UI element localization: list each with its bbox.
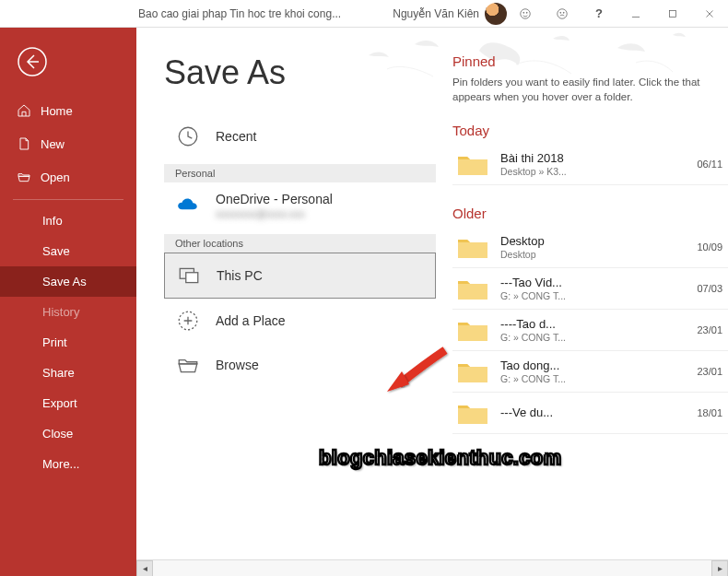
nav-home[interactable]: Home bbox=[0, 94, 136, 127]
back-button[interactable] bbox=[17, 46, 48, 77]
locations-column: Save As Recent Personal OneDrive - Perso… bbox=[136, 28, 436, 576]
horizontal-scrollbar[interactable]: ◂ ▸ bbox=[136, 559, 728, 576]
folder-date: 07/03 bbox=[697, 283, 722, 294]
folder-item[interactable]: Bài thi 2018 Desktop » K3... 06/11 bbox=[452, 144, 728, 185]
folder-name: ---Tao Vid... bbox=[500, 276, 686, 289]
this-pc-icon bbox=[176, 263, 202, 288]
nav-save[interactable]: Save bbox=[0, 236, 136, 266]
location-this-pc[interactable]: This PC bbox=[164, 253, 436, 299]
maximize-button[interactable] bbox=[654, 0, 691, 28]
nav-print[interactable]: Print bbox=[0, 327, 136, 358]
folder-item[interactable]: ---Tao Vid... G: » CONG T... 07/03 bbox=[452, 268, 728, 310]
folder-icon bbox=[456, 234, 489, 260]
folder-date: 23/01 bbox=[697, 366, 722, 377]
folders-column: Pinned Pin folders you want to easily fi… bbox=[436, 28, 728, 576]
folder-open-icon bbox=[17, 170, 31, 184]
close-button[interactable] bbox=[691, 0, 728, 28]
folder-icon bbox=[456, 151, 489, 177]
help-icon[interactable]: ? bbox=[581, 0, 617, 28]
title-bar: Bao cao giai phap Tin hoc tre khoi cong.… bbox=[0, 0, 728, 28]
folder-date: 10/09 bbox=[697, 241, 722, 253]
scroll-right-button[interactable]: ▸ bbox=[711, 560, 728, 577]
folder-path: Desktop » K3... bbox=[500, 166, 686, 177]
folder-icon bbox=[456, 359, 489, 384]
folder-date: 23/01 bbox=[697, 324, 722, 335]
user-name: Nguyễn Văn Kiên bbox=[393, 7, 479, 20]
location-add-place[interactable]: Add a Place bbox=[164, 299, 436, 343]
user-avatar-icon bbox=[485, 3, 507, 25]
folder-path: G: » CONG T... bbox=[500, 332, 686, 343]
onedrive-icon bbox=[175, 193, 201, 218]
location-recent[interactable]: Recent bbox=[164, 114, 436, 159]
folder-item[interactable]: ---Ve du... 18/01 bbox=[452, 393, 728, 434]
location-label: OneDrive - Personal bbox=[216, 192, 333, 206]
folder-path: G: » CONG T... bbox=[500, 290, 686, 301]
pinned-description: Pin folders you want to easily find late… bbox=[452, 75, 728, 104]
add-place-icon bbox=[175, 308, 201, 334]
separator bbox=[13, 199, 123, 200]
nav-open[interactable]: Open bbox=[0, 160, 136, 194]
nav-export[interactable]: Export bbox=[0, 388, 136, 418]
nav-save-as[interactable]: Save As bbox=[0, 266, 136, 297]
clock-icon bbox=[175, 123, 201, 149]
scroll-track[interactable] bbox=[153, 560, 711, 577]
section-personal: Personal bbox=[164, 164, 436, 182]
home-icon bbox=[17, 103, 31, 118]
scroll-left-button[interactable]: ◂ bbox=[136, 560, 153, 577]
svg-rect-13 bbox=[186, 273, 198, 283]
folder-icon bbox=[456, 400, 489, 426]
main-pane: Save As Recent Personal OneDrive - Perso… bbox=[136, 28, 728, 576]
location-label: This PC bbox=[217, 268, 263, 283]
location-onedrive[interactable]: OneDrive - Personal xxxxxxxx@xxxx.xxx bbox=[164, 182, 436, 229]
face-sad-icon[interactable] bbox=[544, 0, 581, 28]
folder-date: 18/01 bbox=[697, 407, 722, 418]
section-other: Other locations bbox=[164, 234, 436, 253]
svg-point-5 bbox=[563, 12, 564, 13]
folder-name: ---Ve du... bbox=[500, 406, 686, 419]
folder-date: 06/11 bbox=[697, 159, 722, 170]
folder-name: Bài thi 2018 bbox=[500, 151, 686, 165]
nav-close[interactable]: Close bbox=[0, 418, 136, 449]
user-account[interactable]: Nguyễn Văn Kiên bbox=[393, 3, 507, 25]
browse-folder-icon bbox=[175, 352, 201, 378]
nav-info[interactable]: Info bbox=[0, 206, 136, 236]
folder-path: G: » CONG T... bbox=[500, 373, 686, 384]
svg-rect-7 bbox=[670, 10, 676, 17]
onedrive-email: xxxxxxxx@xxxx.xxx bbox=[216, 208, 333, 219]
svg-point-4 bbox=[560, 12, 561, 13]
nav-label: Open bbox=[41, 170, 70, 184]
nav-more[interactable]: More... bbox=[0, 449, 136, 479]
folder-name: Desktop bbox=[500, 234, 686, 248]
location-label: Browse bbox=[216, 358, 259, 372]
svg-point-1 bbox=[523, 12, 524, 13]
svg-point-3 bbox=[558, 8, 568, 18]
older-heading: Older bbox=[452, 206, 728, 221]
svg-point-2 bbox=[526, 12, 527, 13]
location-browse[interactable]: Browse bbox=[164, 343, 436, 387]
nav-label: New bbox=[41, 137, 65, 151]
folder-name: Tao dong... bbox=[500, 359, 686, 372]
svg-point-0 bbox=[521, 8, 531, 18]
folder-icon bbox=[456, 276, 489, 301]
nav-history[interactable]: History bbox=[0, 297, 136, 327]
location-label: Add a Place bbox=[216, 313, 286, 328]
folder-path: Desktop bbox=[500, 249, 686, 260]
folder-item[interactable]: ----Tao d... G: » CONG T... 23/01 bbox=[452, 310, 728, 351]
face-smile-icon[interactable] bbox=[507, 0, 544, 28]
folder-icon bbox=[456, 317, 489, 343]
nav-share[interactable]: Share bbox=[0, 358, 136, 388]
nav-label: Home bbox=[41, 104, 73, 118]
file-icon bbox=[17, 136, 31, 151]
page-title: Save As bbox=[164, 53, 436, 92]
document-title: Bao cao giai phap Tin hoc tre khoi cong.… bbox=[138, 7, 341, 20]
today-heading: Today bbox=[452, 123, 728, 138]
folder-item[interactable]: Tao dong... G: » CONG T... 23/01 bbox=[452, 351, 728, 393]
location-label: Recent bbox=[216, 129, 256, 144]
nav-new[interactable]: New bbox=[0, 127, 136, 160]
folder-name: ----Tao d... bbox=[500, 317, 686, 331]
minimize-button[interactable] bbox=[617, 0, 654, 28]
backstage-sidebar: Home New Open Info Save Save As History … bbox=[0, 28, 136, 576]
pinned-heading: Pinned bbox=[452, 53, 728, 69]
folder-item[interactable]: Desktop Desktop 10/09 bbox=[452, 227, 728, 268]
